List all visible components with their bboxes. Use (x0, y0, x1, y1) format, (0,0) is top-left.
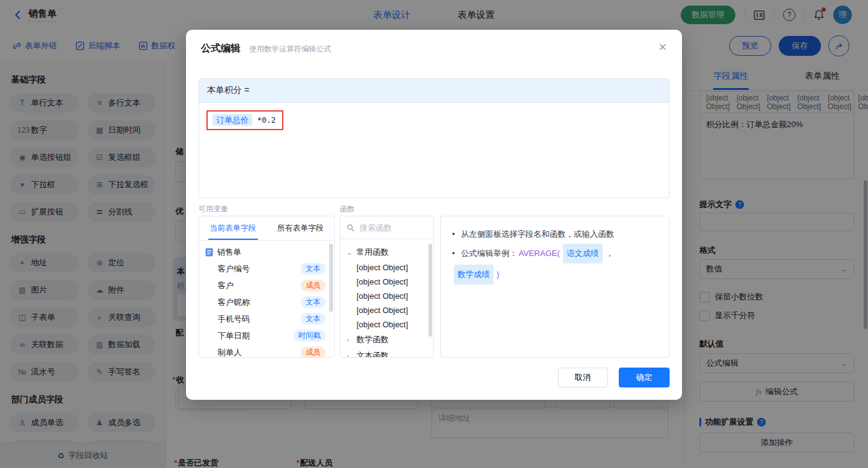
function-group-row[interactable]: › 数学函数 (340, 332, 433, 348)
variables-scrollbar[interactable] (329, 244, 333, 312)
field-type-badge: 时间戳 (293, 330, 326, 342)
search-icon (347, 224, 355, 232)
field-type-badge: 文本 (301, 263, 326, 275)
field-type-badge: 文本 (301, 296, 326, 308)
variable-field-name: 手机号码 (218, 314, 250, 325)
cancel-button[interactable]: 取消 (558, 368, 608, 387)
function-item[interactable]: [object Object] (340, 289, 433, 303)
function-group: › 数学函数 (340, 332, 433, 348)
field-type-badge: 成员 (301, 280, 326, 291)
formula-expression[interactable]: *0.2 (257, 115, 276, 125)
close-icon[interactable]: ✕ (658, 41, 667, 54)
functions-panel: ⌄ 常用函数 [object Object] [object Object] [… (340, 216, 434, 358)
function-group-label: 数学函数 (356, 334, 389, 345)
form-node[interactable]: 销售单 (199, 244, 334, 260)
formula-field-chip[interactable]: 订单总价 (213, 114, 252, 126)
variable-field-name: 客户编号 (218, 263, 250, 275)
modal-title: 公式编辑 (201, 42, 241, 55)
variables-panel: 当前表单字段 所有表单字段 销售单 客户编号 文本 客户 成员 (198, 216, 335, 358)
function-close-paren: ) (497, 265, 499, 284)
caret-icon: ⌄ (347, 249, 353, 257)
tab-current-form-fields[interactable]: 当前表单字段 (199, 216, 267, 240)
formula-help-panel: • 从左侧面板选择字段名和函数，或输入函数 • 公式编辑举例： AVERAGE(… (440, 216, 670, 358)
bullet: • (452, 225, 455, 244)
annotation-box: 订单总价 *0.2 (206, 110, 283, 130)
field-type-badge: 成员 (301, 347, 326, 358)
variable-field-row[interactable]: 下单日期 时间戳 (199, 327, 334, 344)
function-group-row[interactable]: › 文本函数 (340, 348, 433, 358)
function-item[interactable]: [object Object] (340, 317, 433, 332)
variable-field-row[interactable]: 制单人 成员 (199, 344, 334, 358)
caret-icon: › (347, 336, 353, 343)
tab-all-form-fields[interactable]: 所有表单字段 (267, 216, 334, 240)
function-name-example: AVERAGE( (519, 244, 560, 263)
bullet: • (452, 244, 455, 263)
variable-field-name: 制单人 (218, 347, 242, 358)
formula-editor[interactable]: 本单积分 = 订单总价 *0.2 (198, 78, 670, 198)
function-group: ⌄ 常用函数 [object Object] [object Object] [… (340, 244, 433, 332)
example-field-chip: 语文成绩 (563, 244, 603, 263)
caret-icon: › (347, 352, 353, 358)
variable-field-name: 客户 (218, 280, 234, 291)
formula-target: 本单积分 = (199, 79, 669, 103)
variable-field-row[interactable]: 客户编号 文本 (199, 260, 334, 277)
form-designer-app: 销售单 表单设计 表单设置 数据管理 ? 理 表单外链 (0, 0, 868, 468)
confirm-button[interactable]: 确定 (619, 368, 670, 387)
function-item[interactable]: [object Object] (340, 260, 433, 275)
function-item[interactable]: [object Object] (340, 303, 433, 317)
help-line-2: • 公式编辑举例： AVERAGE( 语文成绩 ， 数学成绩 ) (452, 244, 658, 285)
form-node-label: 销售单 (217, 247, 241, 258)
function-search-input[interactable] (358, 223, 423, 233)
modal-subtitle: 使用数学运算符编辑公式 (249, 44, 331, 55)
function-group: › 文本函数 (340, 348, 433, 358)
variable-field-row[interactable]: 手机号码 文本 (199, 311, 334, 327)
field-type-badge: 文本 (301, 313, 326, 325)
function-group-row[interactable]: ⌄ 常用函数 (340, 244, 433, 260)
variable-field-row[interactable]: 客户昵称 文本 (199, 294, 334, 311)
function-group-label: 常用函数 (356, 247, 389, 258)
help-line-1: • 从左侧面板选择字段名和函数，或输入函数 (452, 225, 658, 244)
example-field-chip: 数学成绩 (454, 265, 494, 285)
form-doc-icon (205, 248, 213, 257)
function-group-label: 文本函数 (356, 350, 389, 358)
variable-field-name: 下单日期 (218, 330, 250, 342)
function-item[interactable]: [object Object] (340, 275, 433, 289)
variable-field-row[interactable]: 客户 成员 (199, 277, 334, 294)
variables-label: 可用变量 (198, 204, 228, 214)
functions-scrollbar[interactable] (428, 244, 432, 337)
functions-label: 函数 (340, 204, 355, 214)
variable-field-name: 客户昵称 (218, 297, 250, 308)
formula-editor-modal: 公式编辑 使用数学运算符编辑公式 ✕ 本单积分 = 订单总价 *0.2 可用变量… (186, 30, 682, 400)
